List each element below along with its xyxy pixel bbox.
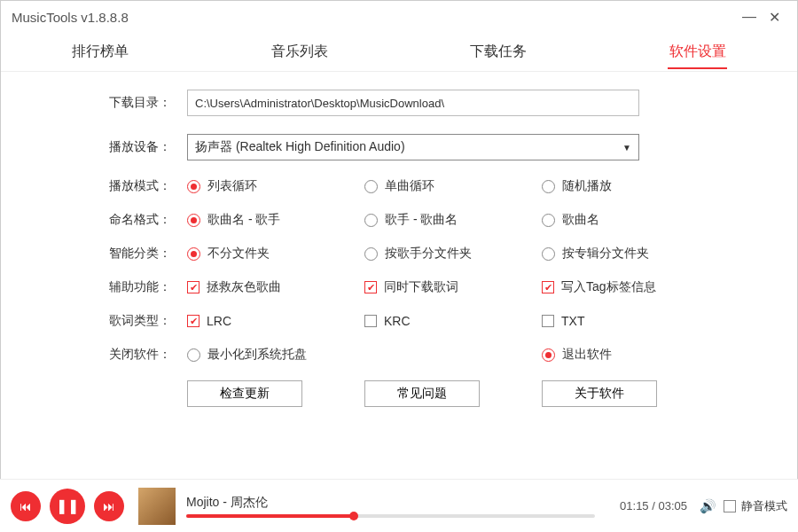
check-icon [364, 315, 377, 327]
radio-playmode-shuffle[interactable]: 随机播放 [542, 178, 719, 194]
label-play-device: 播放设备： [54, 139, 187, 155]
track-area: Mojito - 周杰伦 [186, 495, 595, 518]
window-title: MusicTools v1.8.8.8 [12, 10, 737, 25]
radio-icon [187, 214, 200, 227]
row-download-dir: 下载目录： [54, 90, 744, 116]
minimize-button[interactable]: — [737, 9, 762, 25]
check-icon: ✔ [542, 281, 554, 293]
tab-bar: 排行榜单 音乐列表 下载任务 软件设置 [1, 33, 797, 72]
label-aux: 辅助功能： [54, 279, 187, 295]
radio-sort-none[interactable]: 不分文件夹 [187, 246, 364, 262]
check-icon: ✔ [187, 281, 200, 293]
radio-icon [187, 180, 200, 193]
next-button[interactable]: ⏭ [94, 491, 124, 521]
select-play-device-value: 扬声器 (Realtek High Definition Audio) [195, 139, 405, 155]
row-play-device: 播放设备： 扬声器 (Realtek High Definition Audio… [54, 134, 744, 160]
progress-bar[interactable] [186, 514, 595, 518]
check-update-button[interactable]: 检查更新 [187, 380, 302, 407]
track-title: Mojito - 周杰伦 [186, 495, 595, 511]
tab-ranking[interactable]: 排行榜单 [1, 43, 200, 61]
row-aux: 辅助功能： ✔拯救灰色歌曲 ✔同时下载歌词 ✔写入Tag标签信息 [54, 279, 744, 295]
radio-icon [187, 348, 200, 362]
label-smart-sort: 智能分类： [54, 246, 187, 262]
tab-downloads[interactable]: 下载任务 [399, 43, 598, 61]
check-download-lyric[interactable]: ✔同时下载歌词 [364, 279, 542, 295]
play-pause-button[interactable]: ❚❚ [50, 489, 85, 524]
check-rescue-gray[interactable]: ✔拯救灰色歌曲 [187, 279, 364, 295]
tab-settings[interactable]: 软件设置 [598, 43, 798, 61]
check-icon [542, 315, 554, 327]
radio-icon [364, 180, 378, 193]
titlebar: MusicTools v1.8.8.8 — ✕ [1, 1, 797, 33]
button-row: 检查更新 常见问题 关于软件 [187, 380, 744, 407]
radio-icon [542, 348, 555, 362]
radio-name-artist-song[interactable]: 歌手 - 歌曲名 [364, 212, 542, 228]
time-display: 01:15 / 03:05 [607, 499, 687, 512]
row-lyric-type: 歌词类型： ✔LRC KRC TXT [54, 313, 744, 329]
check-write-tag[interactable]: ✔写入Tag标签信息 [542, 279, 719, 295]
radio-icon [542, 247, 555, 261]
radio-icon [187, 247, 200, 261]
radio-close-exit[interactable]: 退出软件 [542, 347, 719, 363]
radio-name-song-only[interactable]: 歌曲名 [542, 212, 719, 228]
player-bar: ⏮ ❚❚ ⏭ Mojito - 周杰伦 01:15 / 03:05 🔊 静音模式 [0, 479, 798, 532]
label-download-dir: 下载目录： [54, 95, 187, 111]
check-txt[interactable]: TXT [542, 314, 719, 328]
row-on-close: 关闭软件： 最小化到系统托盘 退出软件 [54, 347, 744, 363]
close-button[interactable]: ✕ [762, 9, 786, 26]
input-download-dir[interactable] [187, 90, 639, 116]
row-smart-sort: 智能分类： 不分文件夹 按歌手分文件夹 按专辑分文件夹 [54, 246, 744, 262]
progress-thumb[interactable] [349, 512, 358, 520]
chevron-down-icon: ▼ [622, 143, 631, 153]
label-name-format: 命名格式： [54, 212, 187, 228]
prev-button[interactable]: ⏮ [11, 491, 41, 521]
radio-name-song-artist[interactable]: 歌曲名 - 歌手 [187, 212, 364, 228]
volume-area: 🔊 静音模式 [700, 498, 787, 514]
label-lyric-type: 歌词类型： [54, 313, 187, 329]
radio-close-tray[interactable]: 最小化到系统托盘 [187, 347, 542, 363]
check-krc[interactable]: KRC [364, 314, 542, 328]
row-name-format: 命名格式： 歌曲名 - 歌手 歌手 - 歌曲名 歌曲名 [54, 212, 744, 228]
label-play-mode: 播放模式： [54, 178, 187, 194]
check-icon: ✔ [187, 315, 200, 327]
volume-icon[interactable]: 🔊 [700, 498, 716, 514]
mute-checkbox[interactable]: 静音模式 [724, 498, 787, 514]
check-lrc[interactable]: ✔LRC [187, 314, 364, 328]
tab-music-list[interactable]: 音乐列表 [200, 43, 400, 61]
radio-sort-artist[interactable]: 按歌手分文件夹 [364, 246, 542, 262]
radio-icon [364, 214, 378, 227]
radio-icon [542, 180, 555, 193]
check-icon: ✔ [364, 281, 377, 293]
label-on-close: 关闭软件： [54, 347, 187, 363]
about-button[interactable]: 关于软件 [542, 380, 657, 407]
progress-fill [186, 514, 354, 518]
radio-icon [364, 247, 378, 261]
radio-playmode-loop[interactable]: 列表循环 [187, 178, 364, 194]
radio-icon [542, 214, 555, 227]
radio-sort-album[interactable]: 按专辑分文件夹 [542, 246, 719, 262]
select-play-device[interactable]: 扬声器 (Realtek High Definition Audio) ▼ [187, 134, 639, 160]
radio-playmode-single[interactable]: 单曲循环 [364, 178, 542, 194]
album-art[interactable] [138, 488, 176, 525]
check-icon [724, 500, 736, 512]
faq-button[interactable]: 常见问题 [364, 380, 480, 407]
row-play-mode: 播放模式： 列表循环 单曲循环 随机播放 [54, 178, 744, 194]
settings-panel: 下载目录： 播放设备： 扬声器 (Realtek High Definition… [1, 72, 797, 416]
